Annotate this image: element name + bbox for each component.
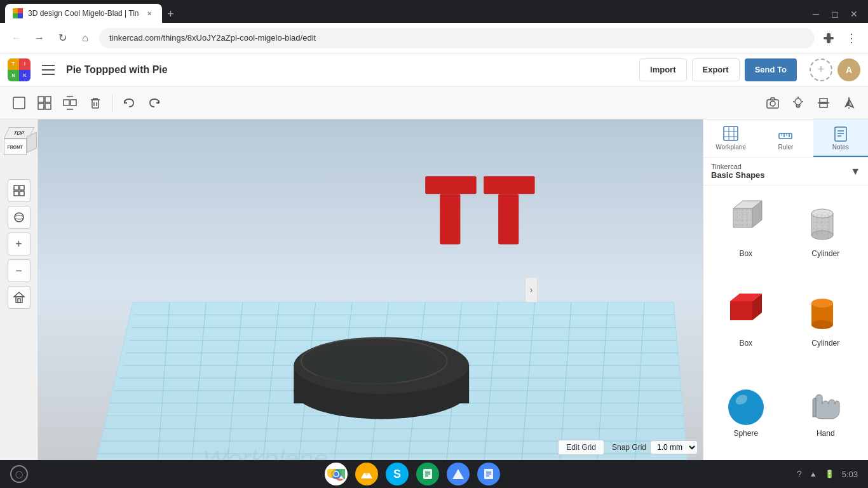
window-controls: ─ ◻ ✕	[807, 5, 863, 23]
shape-title-label: Basic Shapes	[711, 170, 765, 180]
toolbar-separator-1	[112, 94, 112, 112]
taskbar-sheets-icon[interactable]	[416, 463, 439, 485]
shape-preview-sphere-blue	[721, 376, 771, 426]
panel-collapse-button[interactable]: ›	[525, 277, 538, 302]
group-button[interactable]	[33, 92, 56, 114]
view-cube[interactable]: TOP FRONT	[1, 125, 37, 170]
svg-rect-35	[20, 186, 24, 190]
active-tab[interactable]: 3D design Cool Migelo-Blad | Tin ✕	[5, 4, 162, 23]
svg-point-122	[728, 390, 764, 425]
workplane-panel-label: Workplane	[715, 144, 746, 151]
import-button[interactable]: Import	[639, 58, 686, 81]
shape-item-hand[interactable]: Hand	[789, 370, 864, 455]
shape-item-cylinder-orange[interactable]: Cylinder	[789, 280, 864, 365]
camera-button[interactable]	[761, 92, 784, 114]
orbit-button[interactable]	[8, 206, 31, 229]
user-avatar[interactable]: A	[837, 58, 860, 81]
shape-preview-cylinder-orange	[800, 285, 851, 336]
send-to-button[interactable]: Send To	[745, 58, 797, 81]
tab-favicon	[13, 8, 23, 18]
shape-preview-hand	[800, 376, 851, 426]
svg-rect-18	[92, 100, 98, 108]
new-shape-button[interactable]	[8, 92, 31, 114]
shape-category-label: Tinkercad	[711, 163, 765, 170]
zoom-out-button[interactable]: −	[8, 259, 31, 282]
tinkercad-logo[interactable]: T I N K	[8, 58, 31, 81]
project-title[interactable]: Pie Toppped with Pie	[66, 64, 632, 76]
taskbar-skype-icon[interactable]: S	[386, 463, 409, 485]
svg-marker-33	[849, 98, 853, 107]
toolbar	[0, 86, 868, 119]
back-button[interactable]: ←	[8, 29, 25, 47]
shape-item-sphere-blue[interactable]: Sphere	[709, 370, 783, 455]
forward-button[interactable]: →	[31, 29, 48, 47]
redo-button[interactable]	[143, 92, 166, 114]
extensions-button[interactable]	[820, 29, 837, 47]
taskbar-gdrive-icon[interactable]	[447, 463, 470, 485]
viewport[interactable]: Workplane › Edit Grid Snap Grid 1.0 mm 0…	[38, 119, 703, 460]
ungroup-button[interactable]	[58, 92, 81, 114]
svg-rect-41	[16, 297, 22, 302]
svg-rect-37	[20, 191, 24, 196]
align-button[interactable]	[812, 92, 835, 114]
export-button[interactable]: Export	[692, 58, 740, 81]
minimize-button[interactable]: ─	[807, 5, 825, 23]
panel-icon-row: Workplane Ruler	[703, 119, 868, 158]
shape-preview-cylinder-gray	[800, 196, 851, 247]
workplane-icon	[722, 125, 740, 142]
close-button[interactable]: ✕	[845, 5, 863, 23]
ruler-icon	[776, 125, 794, 142]
svg-rect-11	[45, 97, 51, 102]
svg-rect-93	[835, 127, 846, 141]
viewport-bottom-controls: Edit Grid Snap Grid 1.0 mm 0.5 mm 2.0 mm	[558, 440, 698, 455]
shape-dropdown-button[interactable]: ▼	[850, 166, 860, 177]
notes-panel-button[interactable]: Notes	[813, 119, 868, 157]
delete-button[interactable]	[84, 92, 107, 114]
svg-point-39	[15, 215, 24, 219]
system-menu-button[interactable]: ◯	[10, 465, 28, 483]
workplane-panel-button[interactable]: Workplane	[703, 119, 758, 157]
hamburger-menu-button[interactable]	[38, 60, 58, 80]
mirror-button[interactable]	[837, 92, 860, 114]
taskbar-docs-icon[interactable]	[477, 463, 500, 485]
add-user-button[interactable]: +	[810, 58, 832, 81]
shapes-grid: Box	[703, 186, 868, 460]
help-icon[interactable]: ?	[797, 469, 802, 479]
light-button[interactable]	[787, 92, 810, 114]
shape-preview-box-gray	[721, 196, 771, 247]
taskbar-chrome-icon[interactable]	[325, 463, 348, 485]
snap-grid-label: Snap Grid	[612, 443, 646, 452]
svg-rect-34	[14, 186, 18, 190]
svg-rect-6	[42, 65, 55, 66]
zoom-in-button[interactable]: +	[8, 233, 31, 255]
fit-view-button[interactable]	[8, 179, 31, 202]
browser-menu-button[interactable]: ⋮	[843, 29, 860, 47]
edit-grid-button[interactable]: Edit Grid	[558, 440, 604, 455]
snap-grid-select[interactable]: 1.0 mm 0.5 mm 2.0 mm	[650, 440, 698, 454]
svg-rect-13	[45, 104, 51, 109]
svg-rect-3	[18, 13, 23, 18]
svg-marker-116	[730, 301, 752, 320]
svg-point-120	[811, 299, 833, 308]
app-content: T I N K Pie Toppped with Pie Import Expo…	[0, 53, 868, 460]
shape-item-box-gray[interactable]: Box	[709, 191, 783, 275]
shape-label-sphere-blue: Sphere	[733, 429, 758, 438]
svg-rect-88	[779, 133, 792, 139]
shape-item-box-red[interactable]: Box	[709, 280, 783, 365]
address-input[interactable]	[99, 28, 815, 48]
svg-rect-30	[820, 104, 827, 107]
home-button[interactable]: ⌂	[76, 29, 94, 47]
tab-close-button[interactable]: ✕	[144, 8, 154, 18]
maximize-button[interactable]: ◻	[826, 5, 844, 23]
undo-button[interactable]	[118, 92, 140, 114]
shape-label-box-gray: Box	[739, 249, 752, 258]
svg-rect-36	[14, 191, 18, 196]
ruler-panel-button[interactable]: Ruler	[758, 119, 813, 157]
svg-rect-10	[38, 97, 44, 102]
refresh-button[interactable]: ↻	[53, 29, 71, 47]
shape-item-cylinder-gray[interactable]: Cylinder	[789, 191, 864, 275]
home-view-button[interactable]	[8, 286, 31, 309]
svg-point-22	[770, 101, 775, 106]
taskbar-drive-icon[interactable]	[355, 463, 378, 485]
new-tab-button[interactable]: +	[162, 5, 180, 23]
